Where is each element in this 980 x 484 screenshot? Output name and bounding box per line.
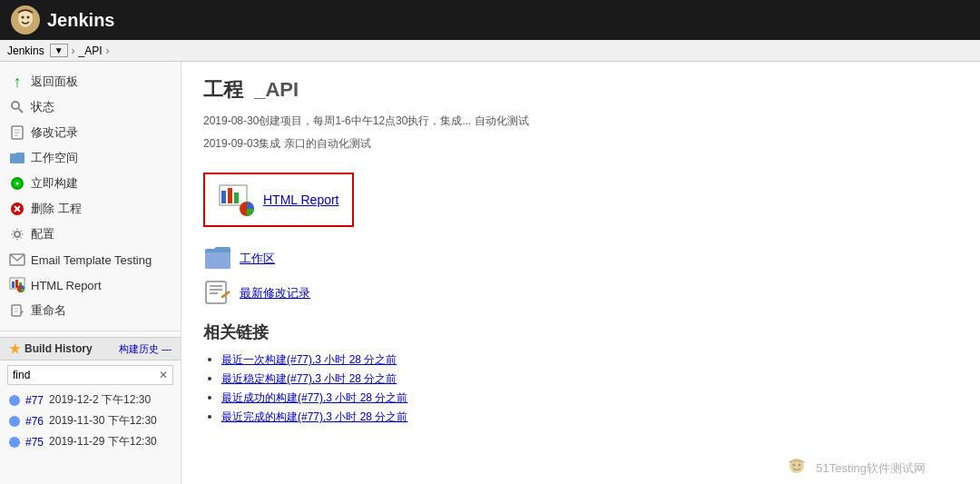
svg-point-2 bbox=[22, 16, 24, 19]
delete-icon bbox=[9, 201, 25, 217]
project-desc-1: 2019-08-30创建项目，每周1-6中午12点30执行，集成... 自动化测… bbox=[203, 113, 958, 130]
list-item: 最近成功的构建(#77),3 小时 28 分之前 bbox=[221, 390, 958, 406]
build-date-77: 2019-12-2 下午12:30 bbox=[49, 392, 151, 408]
sidebar-item-email-template[interactable]: Email Template Testing bbox=[0, 247, 181, 272]
sidebar-item-html-report[interactable]: HTML Report bbox=[0, 272, 181, 298]
sidebar-label-status: 状态 bbox=[31, 99, 54, 115]
sidebar-item-config[interactable]: 配置 bbox=[0, 222, 181, 247]
find-clear-button[interactable]: ✕ bbox=[154, 367, 172, 383]
related-link-1[interactable]: 最近稳定构建(#77),3 小时 28 分之前 bbox=[221, 372, 397, 385]
build-status-77 bbox=[9, 395, 20, 406]
sidebar-item-status[interactable]: 状态 bbox=[0, 94, 181, 120]
svg-point-16 bbox=[15, 232, 20, 237]
gear-icon bbox=[9, 226, 25, 242]
back-icon: ↑ bbox=[9, 74, 25, 90]
project-title: 工程 _API bbox=[203, 76, 958, 104]
build-link-76[interactable]: #76 bbox=[25, 415, 44, 428]
build-date-75: 2019-11-29 下午12:30 bbox=[49, 434, 157, 449]
watermark-text: 51Testing软件测试网 bbox=[816, 460, 926, 477]
header: Jenkins bbox=[0, 0, 980, 40]
workspace-link[interactable]: 工作区 bbox=[240, 251, 275, 267]
svg-rect-31 bbox=[206, 282, 226, 303]
build-icon bbox=[9, 175, 25, 192]
changelog-link[interactable]: 最新修改记录 bbox=[240, 285, 310, 301]
sidebar-label-rename: 重命名 bbox=[31, 302, 66, 319]
svg-point-4 bbox=[12, 102, 19, 109]
sidebar-item-workspace[interactable]: 工作空间 bbox=[0, 145, 181, 171]
related-links-section: 相关链接 最近一次构建(#77),3 小时 28 分之前 最近稳定构建(#77)… bbox=[203, 321, 958, 425]
svg-rect-23 bbox=[12, 305, 21, 316]
changelog-note-icon bbox=[203, 280, 232, 307]
jenkins-logo bbox=[11, 5, 40, 35]
svg-point-36 bbox=[793, 464, 796, 467]
sidebar-label-email: Email Template Testing bbox=[31, 253, 152, 267]
svg-rect-29 bbox=[234, 193, 239, 203]
build-link-77[interactable]: #77 bbox=[25, 394, 44, 407]
sidebar-label-delete: 删除 工程 bbox=[31, 201, 82, 217]
build-history-link[interactable]: 构建历史 — bbox=[119, 342, 172, 356]
related-link-2[interactable]: 最近成功的构建(#77),3 小时 28 分之前 bbox=[221, 391, 407, 404]
sep2: › bbox=[106, 44, 110, 57]
workspace-folder-icon bbox=[203, 245, 232, 272]
build-history-title: ★ Build History bbox=[9, 341, 93, 356]
sidebar-label-config: 配置 bbox=[31, 226, 54, 242]
svg-rect-19 bbox=[12, 282, 15, 288]
svg-line-5 bbox=[19, 109, 24, 114]
html-report-link[interactable]: HTML Report bbox=[263, 193, 339, 207]
jenkins-dropdown[interactable]: ▼ bbox=[50, 44, 68, 57]
breadcrumb-project[interactable]: _API bbox=[79, 44, 103, 57]
svg-rect-20 bbox=[15, 280, 18, 288]
sidebar-item-back-panel[interactable]: ↑ 返回面板 bbox=[0, 69, 181, 94]
build-status-75 bbox=[9, 437, 20, 448]
svg-point-37 bbox=[799, 464, 801, 467]
html-report-box[interactable]: HTML Report bbox=[203, 173, 354, 227]
build-history-section: ★ Build History 构建历史 — ✕ #77 2019-12-2 下… bbox=[0, 331, 181, 452]
folder-icon bbox=[9, 150, 25, 166]
sidebar-item-delete[interactable]: 删除 工程 bbox=[0, 196, 181, 222]
sidebar-item-rename[interactable]: 重命名 bbox=[0, 298, 181, 323]
build-history-header: ★ Build History 构建历史 — bbox=[0, 337, 181, 361]
sidebar: ↑ 返回面板 状态 修改记录 工作空间 立即构建 bbox=[0, 62, 181, 484]
list-item: 最近完成的构建(#77),3 小时 28 分之前 bbox=[221, 410, 958, 425]
find-input[interactable] bbox=[8, 366, 154, 384]
build-link-75[interactable]: #75 bbox=[25, 436, 44, 449]
email-icon bbox=[9, 252, 25, 268]
sep1: › bbox=[72, 44, 75, 57]
workspace-action: 工作区 bbox=[203, 245, 958, 272]
document-icon bbox=[9, 124, 25, 141]
chart-icon bbox=[9, 277, 25, 293]
list-item: 最近一次构建(#77),3 小时 28 分之前 bbox=[221, 352, 958, 368]
build-date-76: 2019-11-30 下午12:30 bbox=[49, 413, 157, 429]
list-item: 最近稳定构建(#77),3 小时 28 分之前 bbox=[221, 371, 958, 387]
sidebar-item-changelog[interactable]: 修改记录 bbox=[0, 120, 181, 145]
svg-point-3 bbox=[27, 16, 30, 19]
svg-point-12 bbox=[16, 183, 19, 185]
find-box: ✕ bbox=[7, 365, 173, 385]
html-report-chart-icon bbox=[218, 183, 254, 216]
build-row-75: #75 2019-11-29 下午12:30 bbox=[0, 431, 181, 452]
main-layout: ↑ 返回面板 状态 修改记录 工作空间 立即构建 bbox=[0, 62, 980, 484]
related-link-0[interactable]: 最近一次构建(#77),3 小时 28 分之前 bbox=[221, 353, 397, 366]
sidebar-label-build: 立即构建 bbox=[31, 175, 78, 192]
changelog-action: 最新修改记录 bbox=[203, 280, 958, 307]
svg-rect-28 bbox=[228, 188, 232, 203]
breadcrumb-jenkins[interactable]: Jenkins bbox=[7, 44, 44, 57]
sidebar-label-workspace: 工作空间 bbox=[31, 150, 78, 166]
project-desc-2: 2019-09-03集成 亲口的自动化测试 bbox=[203, 135, 958, 153]
build-status-76 bbox=[9, 416, 20, 427]
build-row-76: #76 2019-11-30 下午12:30 bbox=[0, 410, 181, 431]
svg-rect-27 bbox=[221, 191, 226, 203]
star-icon: ★ bbox=[9, 341, 21, 356]
breadcrumb: Jenkins ▼ › _API › bbox=[0, 40, 980, 62]
sidebar-label-html-report: HTML Report bbox=[31, 279, 102, 292]
rename-icon bbox=[9, 302, 25, 319]
content-area: 工程 _API 2019-08-30创建项目，每周1-6中午12点30执行，集成… bbox=[181, 62, 980, 484]
related-links-list: 最近一次构建(#77),3 小时 28 分之前 最近稳定构建(#77),3 小时… bbox=[203, 352, 958, 425]
watermark: 51Testing软件测试网 bbox=[783, 455, 926, 482]
search-icon bbox=[9, 99, 25, 115]
related-link-3[interactable]: 最近完成的构建(#77),3 小时 28 分之前 bbox=[221, 410, 407, 423]
related-title: 相关链接 bbox=[203, 321, 958, 343]
header-title: Jenkins bbox=[47, 10, 114, 31]
sidebar-item-build-now[interactable]: 立即构建 bbox=[0, 171, 181, 196]
sidebar-label-changelog: 修改记录 bbox=[31, 124, 78, 141]
